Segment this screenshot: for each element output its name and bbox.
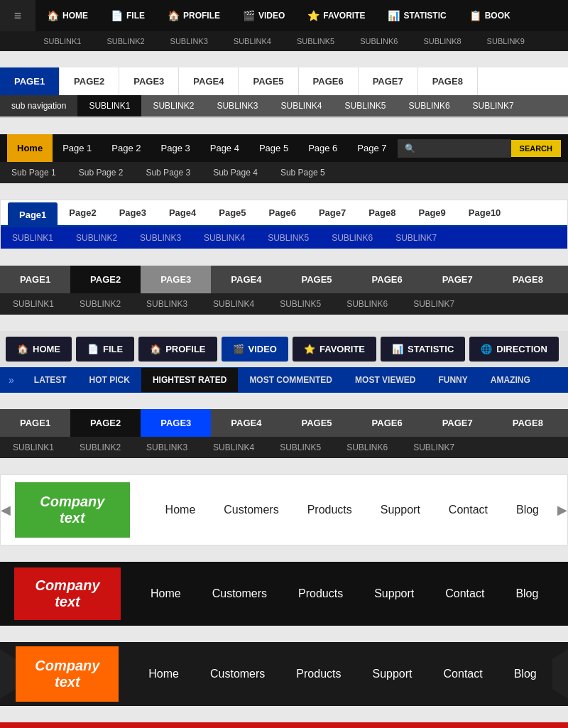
nav5-sublink6[interactable]: SUBLINK6 <box>334 293 400 315</box>
nav6-btn-profile[interactable]: 🏠PROFILE <box>138 337 217 362</box>
nav3-home[interactable]: Home <box>7 134 53 162</box>
nav5-sublink2[interactable]: SUBLINK2 <box>67 293 133 315</box>
nav10-customers[interactable]: Customers <box>195 668 280 680</box>
nav6-amazing[interactable]: AMAZING <box>479 368 542 392</box>
nav3-page5[interactable]: Page 5 <box>249 134 298 162</box>
nav7-sublink7[interactable]: SUBLINK7 <box>400 437 467 458</box>
nav8-support[interactable]: Support <box>366 504 435 516</box>
nav7-sublink1[interactable]: SUBLINK1 <box>0 437 67 458</box>
nav4-page9[interactable]: Page9 <box>408 200 457 225</box>
search-input[interactable] <box>398 139 511 158</box>
nav7-sublink4[interactable]: SUBLINK4 <box>200 437 267 458</box>
nav4-sublink7[interactable]: SUBLINK7 <box>384 227 448 249</box>
nav5-page3[interactable]: PAGE3 <box>141 266 211 293</box>
nav4-page3[interactable]: Page3 <box>108 200 158 225</box>
nav2-sublink4[interactable]: SUBLINK4 <box>269 95 333 116</box>
nav2-page5[interactable]: PAGE5 <box>239 67 298 95</box>
nav1-item-statistic[interactable]: 📊STATISTIC <box>376 1 457 30</box>
nav9-customers[interactable]: Customers <box>197 587 283 600</box>
nav7-page8[interactable]: PAGE8 <box>493 409 563 437</box>
nav3-sublink4[interactable]: Sub Page 4 <box>202 162 269 183</box>
nav3-sublink3[interactable]: Sub Page 3 <box>134 162 202 183</box>
nav6-hotpick[interactable]: HOT PICK <box>78 368 141 392</box>
nav7-page6[interactable]: PAGE6 <box>352 409 422 437</box>
nav5-page2[interactable]: PAGE2 <box>70 266 141 293</box>
nav2-sublink6[interactable]: SUBLINK6 <box>398 95 462 116</box>
nav1-sublink-6[interactable]: SUBLINK6 <box>347 31 410 51</box>
nav4-sublink6[interactable]: SUBLINK6 <box>320 227 384 249</box>
nav3-page4[interactable]: Page 4 <box>200 134 249 162</box>
nav7-page5[interactable]: PAGE5 <box>281 409 351 437</box>
nav5-sublink7[interactable]: SUBLINK7 <box>400 293 467 315</box>
nav5-page1[interactable]: PAGE1 <box>0 266 70 293</box>
nav2-sublink3[interactable]: SUBLINK3 <box>205 95 269 116</box>
nav2-page2[interactable]: PAGE2 <box>60 67 119 95</box>
nav7-sublink2[interactable]: SUBLINK2 <box>67 437 133 458</box>
nav9-contact[interactable]: Contact <box>430 587 500 600</box>
nav1-item-favorite[interactable]: ⭐FAVORITE <box>296 1 376 30</box>
nav10-contact[interactable]: Contact <box>428 668 498 680</box>
nav6-latest[interactable]: LATEST <box>23 368 78 392</box>
nav6-btn-favorite[interactable]: ⭐FAVORITE <box>293 337 376 362</box>
nav5-sublink1[interactable]: SUBLINK1 <box>0 293 67 315</box>
nav2-page1[interactable]: PAGE1 <box>0 67 60 95</box>
nav7-page1[interactable]: PAGE1 <box>0 409 70 437</box>
nav1-item-book[interactable]: 📋BOOK <box>458 1 522 30</box>
nav3-page6[interactable]: Page 6 <box>298 134 347 162</box>
nav1-sublink-8[interactable]: SUBLINK8 <box>410 31 474 51</box>
nav4-sublink3[interactable]: SUBLINK3 <box>129 227 192 249</box>
nav3-page3[interactable]: Page 3 <box>151 134 200 162</box>
nav3-sublink5[interactable]: Sub Page 5 <box>269 162 337 183</box>
nav9-support[interactable]: Support <box>359 587 430 600</box>
nav2-sublink1[interactable]: SUBLINK1 <box>77 95 141 116</box>
nav5-sublink5[interactable]: SUBLINK5 <box>267 293 334 315</box>
nav1-item-profile[interactable]: 🏠PROFILE <box>156 1 231 30</box>
nav6-most-commented[interactable]: MOST COMMENTED <box>238 368 344 392</box>
nav2-page4[interactable]: PAGE4 <box>179 67 239 95</box>
search-button[interactable]: SEARCH <box>511 140 561 157</box>
nav6-btn-statistic[interactable]: 📊STATISTIC <box>381 337 465 362</box>
nav6-btn-video[interactable]: 🎬VIDEO <box>222 337 288 362</box>
nav4-page1[interactable]: Page1 <box>8 202 58 227</box>
nav8-customers[interactable]: Customers <box>209 504 293 516</box>
nav2-sublink7[interactable]: SUBLINK7 <box>462 95 525 116</box>
nav1-item-file[interactable]: 📄FILE <box>99 1 156 30</box>
nav1-sublink-5[interactable]: SUBLINK5 <box>284 31 347 51</box>
nav10-support[interactable]: Support <box>356 668 427 680</box>
nav8-blog[interactable]: Blog <box>502 504 553 516</box>
nav4-page10[interactable]: Page10 <box>457 200 513 225</box>
nav6-hightest[interactable]: HIGHTEST RATED <box>141 368 238 392</box>
nav5-page4[interactable]: PAGE4 <box>211 266 281 293</box>
nav8-products[interactable]: Products <box>293 504 366 516</box>
nav9-products[interactable]: Products <box>283 587 359 600</box>
nav6-btn-home[interactable]: 🏠HOME <box>6 337 72 362</box>
nav10-blog[interactable]: Blog <box>498 668 552 680</box>
nav1-sublink-3[interactable]: SUBLINK3 <box>158 31 221 51</box>
nav6-funny[interactable]: FUNNY <box>427 368 479 392</box>
nav3-page1[interactable]: Page 1 <box>53 134 102 162</box>
nav5-page5[interactable]: PAGE5 <box>281 266 351 293</box>
nav4-page5[interactable]: Page5 <box>207 200 257 225</box>
nav7-sublink6[interactable]: SUBLINK6 <box>334 437 400 458</box>
nav1-item-video[interactable]: 🎬VIDEO <box>231 1 296 30</box>
nav7-page2[interactable]: PAGE2 <box>70 409 141 437</box>
nav2-page7[interactable]: PAGE7 <box>359 67 418 95</box>
nav2-page6[interactable]: PAGE6 <box>299 67 359 95</box>
nav6-most-viewed[interactable]: MOST VIEWED <box>344 368 427 392</box>
nav4-sublink4[interactable]: SUBLINK4 <box>192 227 256 249</box>
nav3-sublink1[interactable]: Sub Page 1 <box>0 162 67 183</box>
nav4-page2[interactable]: Page2 <box>58 200 107 225</box>
nav9-blog[interactable]: Blog <box>500 587 554 600</box>
nav10-home[interactable]: Home <box>133 668 195 680</box>
nav5-page7[interactable]: PAGE7 <box>422 266 493 293</box>
nav2-sublink2[interactable]: SUBLINK2 <box>141 95 205 116</box>
nav6-btn-direction[interactable]: 🌐DIRECTION <box>469 337 559 362</box>
nav7-sublink3[interactable]: SUBLINK3 <box>133 437 200 458</box>
nav4-sublink5[interactable]: SUBLINK5 <box>256 227 320 249</box>
nav5-page8[interactable]: PAGE8 <box>493 266 563 293</box>
nav7-page3[interactable]: PAGE3 <box>141 409 211 437</box>
nav2-page8[interactable]: PAGE8 <box>418 67 478 95</box>
nav4-sublink2[interactable]: SUBLINK2 <box>65 227 129 249</box>
nav1-sublink-1[interactable]: SUBLINK1 <box>31 31 94 51</box>
nav1-sublink-9[interactable]: SUBLINK9 <box>474 31 537 51</box>
